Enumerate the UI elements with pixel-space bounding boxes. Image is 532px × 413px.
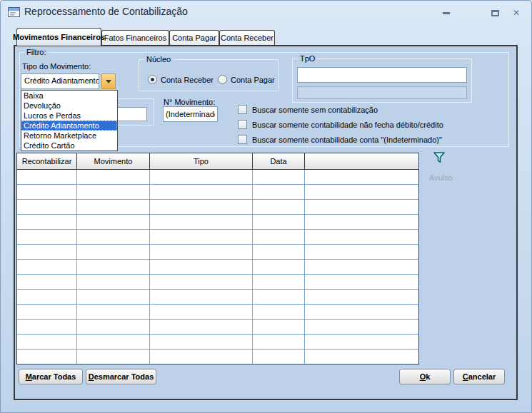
checkbox-nao-fecha-debito-credito[interactable] [238, 120, 247, 129]
table-cell [305, 170, 418, 184]
table-header-cell[interactable] [305, 153, 418, 169]
table-row[interactable] [17, 170, 418, 185]
nucleo-group-label: Núcleo [144, 55, 173, 63]
table-cell [253, 320, 305, 334]
table-header-cell[interactable]: Movimento [77, 153, 150, 169]
table-cell [17, 215, 77, 229]
table-cell [253, 200, 305, 214]
table-cell [305, 350, 418, 364]
table-cell [77, 320, 150, 334]
radio-conta-receber-label: Conta Receber [161, 76, 214, 84]
dropdown-option[interactable]: Lucros e Perdas [21, 111, 117, 121]
dropdown-option[interactable]: Baixa [21, 91, 117, 101]
radio-conta-pagar-label: Conta Pagar [231, 76, 275, 84]
tab-conta-receber[interactable]: Conta Receber [219, 30, 275, 45]
table-cell [305, 320, 418, 334]
table-cell [150, 185, 253, 199]
table-row[interactable] [17, 305, 418, 320]
table-cell [17, 185, 77, 199]
table-row[interactable] [17, 320, 418, 335]
table-cell [150, 305, 253, 319]
checkbox-sem-contabilizacao[interactable] [238, 105, 247, 114]
maximize-button[interactable] [486, 7, 503, 19]
table-header-cell[interactable]: Recontabilizar [17, 153, 77, 169]
tipo-dropdown-list[interactable]: BaixaDevoluçãoLucros e PerdasCrédito Adi… [21, 90, 118, 151]
minimize-button[interactable] [438, 7, 455, 19]
filtro-group-label: Filtro: [24, 48, 49, 56]
table-cell [253, 290, 305, 304]
table-cell [17, 170, 77, 184]
marcar-todas-button[interactable]: Marcar Todas [19, 369, 83, 384]
table-cell [253, 245, 305, 259]
table-cell [253, 305, 305, 319]
cancelar-button[interactable]: Cancelar [453, 369, 505, 384]
table-cell [150, 320, 253, 334]
checkbox-conta-indeterminado-label: Buscar somente contabilidade conta "(Ind… [252, 136, 442, 144]
tpo-input[interactable] [297, 67, 467, 83]
table-row[interactable] [17, 245, 418, 260]
funnel-filter-icon[interactable] [432, 151, 446, 165]
minimize-icon [443, 12, 450, 14]
table-cell [77, 335, 150, 349]
checkbox-conta-indeterminado[interactable] [238, 135, 247, 144]
table-cell [77, 305, 150, 319]
table-row[interactable] [17, 350, 418, 364]
close-icon: ✕ [513, 9, 520, 17]
table-cell [150, 245, 253, 259]
table-cell [150, 275, 253, 289]
table-row[interactable] [17, 260, 418, 275]
table-row[interactable] [17, 185, 418, 200]
checkbox-sem-contabilizacao-label: Buscar somente sem contabilização [252, 106, 378, 114]
tab-fatos-financeiros[interactable]: Fatos Financeiros [101, 30, 169, 45]
tab-movimentos-financeiros[interactable]: Movimentos Financeiros [16, 28, 101, 46]
table-cell [77, 350, 150, 364]
table-header-row: RecontabilizarMovimentoTipoData [17, 153, 418, 170]
dropdown-option[interactable]: Retorno Marketplace [21, 131, 117, 141]
table-cell [305, 215, 418, 229]
table-cell [150, 200, 253, 214]
table-cell [77, 185, 150, 199]
table-cell [305, 245, 418, 259]
dropdown-option[interactable]: Devolução [21, 101, 117, 111]
radio-conta-receber[interactable] [148, 75, 157, 84]
movimentos-table: RecontabilizarMovimentoTipoData [16, 153, 419, 364]
table-row[interactable] [17, 335, 418, 350]
table-header-cell[interactable]: Tipo [150, 153, 253, 169]
tipo-movimento-combobox[interactable]: Crédito Adiantamento [21, 73, 99, 89]
tab-conta-pagar[interactable]: Conta Pagar [169, 30, 219, 45]
numero-movimento-label: N° Movimento: [164, 98, 215, 106]
table-row[interactable] [17, 200, 418, 215]
table-cell [253, 350, 305, 364]
tipo-movimento-label: Tipo do Movimento: [22, 62, 91, 71]
close-button[interactable]: ✕ [508, 7, 525, 19]
desmarcar-todas-button[interactable]: Desmarcar Todas [86, 369, 156, 384]
table-cell [150, 230, 253, 244]
dropdown-option[interactable]: Crédito Adiantamento [21, 121, 117, 131]
titlebar[interactable]: Reprocessamento de Contabilização ✕ [1, 1, 531, 23]
table-row[interactable] [17, 230, 418, 245]
table-cell [150, 215, 253, 229]
table-header-cell[interactable]: Data [253, 153, 305, 169]
table-cell [305, 275, 418, 289]
combo-dropdown-button[interactable] [101, 73, 116, 89]
table-cell [17, 230, 77, 244]
table-cell [253, 260, 305, 274]
table-cell [17, 305, 77, 319]
table-cell [17, 275, 77, 289]
table-row[interactable] [17, 290, 418, 305]
dropdown-option[interactable]: Crédito Cartão [21, 141, 117, 151]
dialog-window: Reprocessamento de Contabilização ✕ Movi… [0, 0, 532, 413]
table-cell [77, 230, 150, 244]
form-window-icon [8, 7, 20, 17]
radio-conta-pagar[interactable] [218, 75, 227, 84]
table-cell [150, 260, 253, 274]
avulso-label: Avulso [429, 173, 453, 182]
table-cell [305, 185, 418, 199]
table-row[interactable] [17, 275, 418, 290]
chevron-down-icon [106, 80, 111, 83]
table-cell [150, 290, 253, 304]
table-cell [77, 275, 150, 289]
ok-button[interactable]: Ok [399, 369, 451, 384]
table-row[interactable] [17, 215, 418, 230]
numero-movimento-input[interactable] [163, 106, 218, 122]
